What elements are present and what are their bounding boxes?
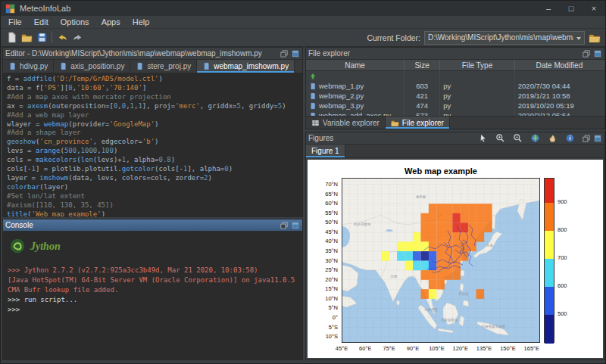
code-line: colorbar(layer) — [7, 183, 302, 192]
save-button[interactable] — [34, 30, 49, 45]
zoom-in-button[interactable] — [492, 131, 508, 146]
file-size-cell: 573 — [405, 110, 440, 116]
file-name: webmap_3.py — [319, 101, 364, 110]
table-row[interactable]: webmap_add_axes.py573py2020/2/12 05:54 — [306, 110, 604, 116]
figure-tab-figure-1[interactable]: Figure 1 — [306, 145, 345, 157]
editor-tab-axis_position.py[interactable]: axis_position.py — [54, 60, 130, 73]
file-icon — [8, 62, 17, 70]
y-tick-label: 70°N — [308, 182, 338, 188]
menu-edit[interactable]: Edit — [28, 16, 55, 28]
globe-button[interactable] — [527, 131, 542, 146]
editor-tab-label: axis_position.py — [70, 62, 124, 70]
y-tick-label: 10°N — [308, 296, 338, 302]
browse-folder-button[interactable] — [589, 32, 601, 44]
zoom-out-button[interactable] — [510, 131, 525, 146]
file-icon — [309, 102, 317, 110]
colorbar-tick-label: 500 — [558, 311, 567, 317]
x-tick-label: 75°E — [383, 345, 395, 352]
table-row[interactable]: webmap_3.py474py2019/10/20 05:19 — [306, 101, 604, 110]
up-arrow-icon — [309, 73, 317, 80]
y-tick-label: 50°N — [308, 219, 338, 226]
detach-icon[interactable] — [593, 49, 602, 58]
open-folder-button[interactable] — [19, 30, 34, 45]
svg-text:菲律宾: 菲律宾 — [458, 292, 469, 296]
colorbar-tick-label: 800 — [558, 227, 567, 233]
pointer-button[interactable] — [475, 131, 490, 146]
menu-help[interactable]: Help — [127, 16, 156, 28]
table-row[interactable]: webmap_1.py603py2020/7/30 04:44 — [306, 81, 604, 91]
new-file-button[interactable] — [4, 30, 19, 45]
table-row[interactable]: webmap_2.py421py2019/1/21 10:58 — [306, 91, 604, 101]
y-tick-label: 15°N — [308, 286, 338, 292]
y-tick-label: 45°N — [308, 229, 338, 235]
current-folder-combobox[interactable]: D:\Working\MIScript\Jython\mis\map\webma… — [424, 31, 585, 45]
code-line: #Set lon/lat extent — [7, 192, 302, 201]
editor-tab-webmap_imshowm.py[interactable]: webmap_imshowm.py — [197, 60, 295, 73]
zoom-out-icon — [513, 133, 523, 143]
empty-cell — [515, 71, 604, 81]
code-line: data = f['PS'][0,'10:60','70:140'] — [7, 84, 302, 93]
column-header-file-type[interactable]: File Type — [440, 60, 515, 71]
detach-icon[interactable] — [291, 221, 300, 230]
editor-tab-stere_proj.py[interactable]: stere_proj.py — [130, 60, 197, 73]
restore-icon[interactable] — [280, 221, 289, 230]
file-icon — [309, 82, 317, 90]
pan-button[interactable] — [545, 131, 560, 146]
detach-icon[interactable] — [593, 134, 602, 143]
restore-icon[interactable] — [280, 49, 289, 58]
colorbar-segment — [545, 287, 554, 315]
minimize-button[interactable]: – — [537, 1, 560, 16]
close-button[interactable]: × — [583, 1, 605, 16]
figure-canvas[interactable]: Web map example 70°N65°N60°N55°N50°N45°N… — [308, 160, 603, 358]
maximize-button[interactable]: □ — [560, 1, 583, 16]
svg-text:哈萨克斯坦: 哈萨克斯坦 — [354, 222, 371, 226]
file-icon — [202, 62, 211, 70]
y-tick-label: 20°N — [308, 277, 338, 283]
code-editor[interactable]: f = addfile('D:/Temp/GrADS/model.ctl')da… — [3, 73, 302, 216]
toolbar-buttons — [4, 30, 85, 45]
console-lines: >>> Jython 2.7.2 (v2.7.2:925a3cc3b49d, M… — [8, 266, 298, 315]
explorer-tab-file-explorer[interactable]: File explorer — [386, 117, 450, 129]
figure-toolbar: i — [475, 131, 577, 146]
y-tick-label: 0° — [308, 315, 338, 321]
undo-button[interactable] — [55, 30, 70, 45]
file-date-cell: 2019/1/21 10:58 — [515, 91, 604, 101]
file-table: NameSizeFile TypeDate Modifiedwebmap_1.p… — [306, 60, 604, 116]
map-plot[interactable]: 俄罗斯哈萨克斯坦日本印度菲律宾马来西亚印度尼西亚巴布亚新几内亚 — [342, 178, 540, 343]
menu-options[interactable]: Options — [55, 16, 95, 28]
y-tick-label: 5°N — [308, 305, 338, 311]
editor-tab-label: stere_proj.py — [147, 62, 191, 70]
y-tick-label: 30°N — [308, 258, 338, 264]
explorer-tab-variable-explorer[interactable]: Variable explorer — [306, 117, 386, 129]
redo-button[interactable] — [70, 30, 85, 45]
svg-text:日本: 日本 — [486, 244, 494, 247]
column-header-size[interactable]: Size — [405, 60, 440, 71]
x-tick-label: 45°E — [336, 345, 348, 352]
detach-icon[interactable] — [291, 49, 300, 58]
menu-file[interactable]: File — [2, 16, 28, 28]
x-tick-label: 165°E — [524, 345, 540, 352]
restore-icon[interactable] — [582, 134, 591, 143]
colorbar-segment — [545, 203, 554, 231]
empty-cell — [440, 71, 515, 81]
console-line: [Java HotSpot(TM) 64-Bit Server VM (Orac… — [8, 275, 298, 285]
restore-icon[interactable] — [582, 49, 591, 58]
table-row-parent-dir[interactable] — [306, 71, 604, 81]
colorbar-segment — [545, 179, 554, 203]
svg-text:i: i — [569, 135, 570, 142]
jython-logo: Jython — [9, 237, 298, 255]
code-line: #axism([110, 130, 35, 45]) — [7, 201, 302, 210]
code-line: #Add a web map layer — [7, 111, 302, 120]
column-header-name[interactable]: Name — [306, 60, 405, 71]
titlebar: MeteoInfoLab – □ × — [1, 1, 605, 16]
menu-apps[interactable]: Apps — [95, 16, 127, 28]
chevron-down-icon — [576, 37, 581, 40]
editor-panel: Editor - D:\Working\MIScript\Jython\mis\… — [2, 47, 303, 217]
y-tick-label: 40°N — [308, 238, 338, 244]
console-panel-header: Console — [3, 219, 302, 232]
column-header-date-modified[interactable]: Date Modified — [515, 60, 604, 71]
identify-button[interactable]: i — [562, 131, 577, 146]
console-line: >>> — [8, 305, 298, 315]
editor-tab-hdivg.py[interactable]: hdivg.py — [3, 60, 54, 73]
console-output[interactable]: Jython >>> Jython 2.7.2 (v2.7.2:925a3cc3… — [3, 232, 302, 359]
